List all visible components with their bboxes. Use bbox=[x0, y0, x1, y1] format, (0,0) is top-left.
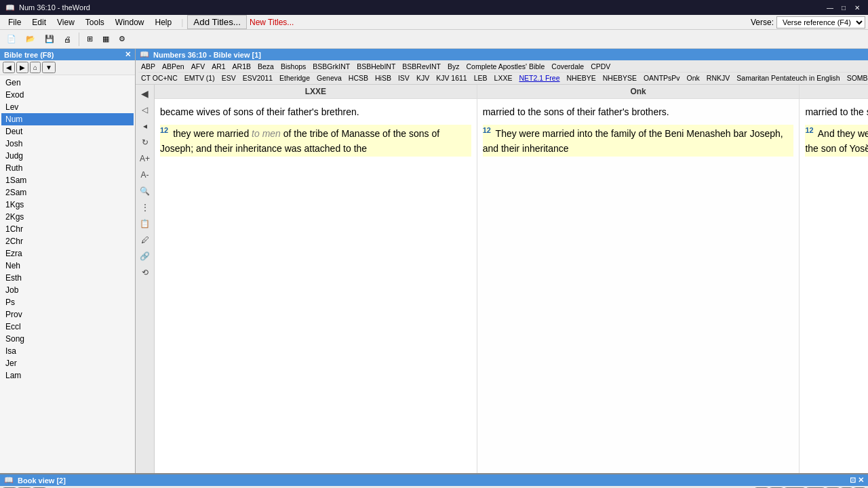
tree-item-esth[interactable]: Esth bbox=[1, 272, 134, 284]
tree-item-2kgs[interactable]: 2Kgs bbox=[1, 211, 134, 223]
trans-btn-somb[interactable]: SOMB bbox=[844, 73, 868, 83]
sync-btn[interactable]: ↻ bbox=[138, 135, 153, 150]
tree-menu[interactable]: ▼ bbox=[42, 62, 56, 73]
tree-item-lam[interactable]: Lam bbox=[1, 369, 134, 382]
menu-view[interactable]: View bbox=[52, 16, 80, 28]
tree-item-judg[interactable]: Judg bbox=[1, 150, 134, 162]
tree-item-lev[interactable]: Lev bbox=[1, 101, 134, 113]
trans-btn-etheridge[interactable]: Etheridge bbox=[277, 73, 313, 83]
bible-tree-close[interactable]: ✕ bbox=[125, 50, 131, 59]
tool6[interactable]: ⟲ bbox=[138, 265, 153, 280]
trans-btn-geneva[interactable]: Geneva bbox=[314, 73, 344, 83]
view-button[interactable]: ▦ bbox=[98, 33, 113, 45]
trans-btn-bsbhebint[interactable]: BSBHebINT bbox=[354, 62, 398, 71]
tree-item-exod[interactable]: Exod bbox=[1, 89, 134, 101]
add-titles-button[interactable]: Add Titles... bbox=[187, 15, 247, 29]
tool1[interactable]: 🔍 bbox=[138, 184, 153, 199]
maximize-button[interactable]: □ bbox=[838, 2, 849, 13]
trans-btn-rnkjv[interactable]: RNKJV bbox=[704, 73, 732, 83]
nav-up[interactable]: ◀ bbox=[138, 86, 153, 101]
trans-btn-cpdv[interactable]: CPDV bbox=[588, 62, 613, 71]
minimize-button[interactable]: — bbox=[825, 2, 835, 13]
tree-item-1kgs[interactable]: 1Kgs bbox=[1, 199, 134, 211]
tree-item-song[interactable]: Song bbox=[1, 333, 134, 345]
tree-item-2sam[interactable]: 2Sam bbox=[1, 186, 134, 199]
trans-btn-esv[interactable]: ESV bbox=[219, 73, 239, 83]
trans-btn-ct-oc-nc[interactable]: CT OC+NC bbox=[138, 73, 180, 83]
close-button[interactable]: ✕ bbox=[852, 2, 863, 13]
trans-btn-abpen[interactable]: ABPen bbox=[159, 62, 187, 71]
trans-btn-hisb[interactable]: HiSB bbox=[372, 73, 394, 83]
tree-item-ruth[interactable]: Ruth bbox=[1, 162, 134, 174]
tool5[interactable]: 🔗 bbox=[138, 249, 153, 264]
trans-btn-emtv--1-[interactable]: EMTV (1) bbox=[182, 73, 218, 83]
tree-item-isa[interactable]: Isa bbox=[1, 345, 134, 357]
trans-btn-hcsb[interactable]: HCSB bbox=[346, 73, 371, 83]
menu-window[interactable]: Window bbox=[110, 16, 150, 28]
trans-btn-oantpspv[interactable]: OANTPsPv bbox=[641, 73, 683, 83]
tree-item-eccl[interactable]: Eccl bbox=[1, 321, 134, 333]
trans-btn-bishops[interactable]: Bishops bbox=[278, 62, 309, 71]
tree-item-jer[interactable]: Jer bbox=[1, 357, 134, 369]
trans-btn-kjv-1611[interactable]: KJV 1611 bbox=[433, 73, 470, 83]
tool2[interactable]: ⋮ bbox=[138, 200, 153, 215]
trans-btn-afv[interactable]: AFV bbox=[189, 62, 208, 71]
trans-btn-lxxe[interactable]: LXXE bbox=[492, 73, 515, 83]
nav-chapter-prev[interactable]: ◁ bbox=[138, 102, 153, 117]
new-file-button[interactable]: 📄 bbox=[3, 33, 20, 45]
trans-btn-samaritan-pentateuch-in-english[interactable]: Samaritan Pentateuch in English bbox=[734, 73, 842, 83]
trans-btn-nhebye[interactable]: NHEBYE bbox=[564, 73, 599, 83]
menu-edit[interactable]: Edit bbox=[26, 16, 52, 28]
tool4[interactable]: 🖊 bbox=[138, 232, 153, 247]
trans-btn-leb[interactable]: LEB bbox=[471, 73, 490, 83]
tree-item-gen[interactable]: Gen bbox=[1, 77, 134, 89]
tree-item-2chr[interactable]: 2Chr bbox=[1, 235, 134, 247]
tree-back[interactable]: ◀ bbox=[3, 62, 15, 73]
trans-btn-nhebyse[interactable]: NHEBYSE bbox=[600, 73, 639, 83]
bottom-close[interactable]: ✕ bbox=[858, 476, 864, 485]
trans-btn-ar1[interactable]: AR1 bbox=[209, 62, 228, 71]
trans-btn-kjv[interactable]: KJV bbox=[414, 73, 432, 83]
bible-col-ts2009[interactable]: married to the sons of their father's br… bbox=[800, 99, 868, 473]
trans-btn-onk[interactable]: Onk bbox=[684, 73, 703, 83]
trans-btn-esv2011[interactable]: ESV2011 bbox=[240, 73, 275, 83]
trans-btn-net2-1-free[interactable]: NET2.1 Free bbox=[516, 73, 562, 83]
tree-item-num[interactable]: Num bbox=[1, 113, 134, 125]
trans-btn-coverdale[interactable]: Coverdale bbox=[549, 62, 587, 71]
tree-home[interactable]: ⌂ bbox=[30, 62, 41, 73]
new-titles-button[interactable]: New Titles... bbox=[250, 18, 294, 27]
tool3[interactable]: 📋 bbox=[138, 216, 153, 231]
trans-btn-isv[interactable]: ISV bbox=[395, 73, 412, 83]
trans-btn-abp[interactable]: ABP bbox=[138, 62, 158, 71]
tree-item-prov[interactable]: Prov bbox=[1, 308, 134, 321]
open-button[interactable]: 📂 bbox=[22, 33, 39, 45]
bible-col-onk[interactable]: married to the sons of their father's br… bbox=[477, 99, 800, 473]
trans-btn-complete-apostles--bible[interactable]: Complete Apostles' Bible bbox=[463, 62, 547, 71]
trans-btn-byz[interactable]: Byz bbox=[445, 62, 462, 71]
tree-item-1sam[interactable]: 1Sam bbox=[1, 174, 134, 186]
tree-item-josh[interactable]: Josh bbox=[1, 138, 134, 150]
tree-item-neh[interactable]: Neh bbox=[1, 260, 134, 272]
tree-item-ezra[interactable]: Ezra bbox=[1, 247, 134, 260]
tree-item-1chr[interactable]: 1Chr bbox=[1, 223, 134, 235]
zoom-in[interactable]: A+ bbox=[138, 151, 153, 166]
save-button[interactable]: 💾 bbox=[41, 33, 58, 45]
trans-btn-bsbrevint[interactable]: BSBRevINT bbox=[399, 62, 443, 71]
menu-file[interactable]: File bbox=[3, 16, 26, 28]
print-button[interactable]: 🖨 bbox=[60, 33, 75, 45]
tree-item-ps[interactable]: Ps bbox=[1, 296, 134, 308]
trans-btn-beza[interactable]: Beza bbox=[255, 62, 277, 71]
tree-item-job[interactable]: Job bbox=[1, 284, 134, 296]
nav-verse-prev[interactable]: ◂ bbox=[138, 119, 153, 134]
tree-forward[interactable]: ▶ bbox=[16, 62, 28, 73]
bottom-undock[interactable]: ⊡ bbox=[850, 476, 856, 485]
tree-item-deut[interactable]: Deut bbox=[1, 125, 134, 138]
layout-button[interactable]: ⊞ bbox=[83, 33, 97, 45]
menu-tools[interactable]: Tools bbox=[80, 16, 110, 28]
bible-col-lxxe[interactable]: became wives of sons of their father's b… bbox=[155, 99, 477, 473]
menu-help[interactable]: Help bbox=[150, 16, 178, 28]
verse-reference-select[interactable]: Verse reference (F4) bbox=[776, 16, 865, 28]
trans-btn-bsbgrkint[interactable]: BSBGrkINT bbox=[310, 62, 353, 71]
zoom-out[interactable]: A- bbox=[138, 167, 153, 182]
trans-btn-ar1b[interactable]: AR1B bbox=[230, 62, 254, 71]
